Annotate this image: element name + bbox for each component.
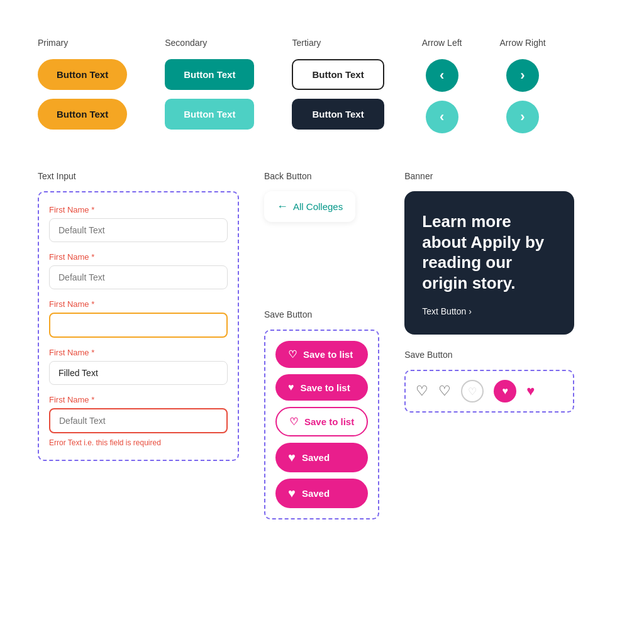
arrow-right-button-2[interactable]: › (506, 101, 539, 133)
heart-outline-icon-3: ♡ (289, 416, 298, 428)
banner-title: Learn more about Appily by reading our o… (422, 211, 557, 293)
chevron-right-icon: › (520, 67, 525, 84)
save-to-list-text-1: Save to list (303, 349, 353, 360)
arrow-right-col: Arrow Right › › (499, 38, 545, 133)
saved-button-2[interactable]: ♥ Saved (275, 479, 368, 508)
secondary-col: Secondary Button Text Button Text (165, 38, 254, 130)
text-input-section: Text Input First Name * First Name * Fir… (38, 171, 239, 461)
right-col: Banner Learn more about Appily by readin… (404, 171, 574, 413)
banner-section: Banner Learn more about Appily by readin… (404, 171, 574, 335)
text-input-label: Text Input (38, 171, 239, 181)
input-label-1: First Name * (49, 205, 228, 214)
saved-text-2: Saved (302, 488, 330, 499)
heart-outline-icon-1: ♡ (288, 348, 297, 360)
save-to-list-button-3[interactable]: ♡ Save to list (275, 407, 368, 436)
bottom-section: Text Input First Name * First Name * Fir… (38, 171, 606, 519)
text-input-1[interactable] (49, 218, 228, 242)
heart-filled-icon-2: ♥ (288, 382, 294, 393)
primary-button-2[interactable]: Button Text (38, 99, 127, 130)
back-arrow-icon: ← (277, 200, 288, 213)
saved-text-1: Saved (302, 452, 330, 463)
saved-button-1[interactable]: ♥ Saved (275, 443, 368, 472)
banner-text-button[interactable]: Text Button › (422, 306, 472, 316)
primary-button-1[interactable]: Button Text (38, 59, 127, 90)
input-group-3: First Name * (49, 299, 228, 338)
save-to-list-text-3: Save to list (304, 416, 354, 427)
middle-col: Back Button ← All Colleges Save Button ♡… (264, 171, 379, 519)
secondary-button-1[interactable]: Button Text (165, 59, 254, 90)
primary-col: Primary Button Text Button Text (38, 38, 127, 130)
input-label-2: First Name * (49, 252, 228, 262)
heart-icon-button-5[interactable]: ♥ (526, 383, 535, 399)
text-input-5[interactable] (49, 408, 228, 433)
tertiary-button-1[interactable]: Button Text (292, 59, 384, 90)
chevron-left-icon-light: ‹ (440, 109, 444, 125)
back-button[interactable]: ← All Colleges (264, 191, 355, 222)
arrow-right-group: › › (506, 59, 539, 133)
banner-label: Banner (404, 171, 574, 181)
save-button-section: Save Button ♡ Save to list ♥ Save to lis… (264, 309, 379, 519)
back-button-section: Back Button ← All Colleges (264, 171, 379, 284)
heart-icon-button-3[interactable]: ♡ (461, 380, 484, 402)
back-button-text: All Colleges (293, 201, 343, 212)
arrow-left-button-2[interactable]: ‹ (426, 101, 458, 133)
input-group-2: First Name * (49, 252, 228, 289)
error-text: Error Text i.e. this field is required (49, 438, 228, 447)
input-group-1: First Name * (49, 205, 228, 242)
save-icons-section: Save Button ♡ ♡ ♡ ♥ ♥ (404, 350, 574, 413)
primary-label: Primary (38, 38, 68, 48)
tertiary-label: Tertiary (292, 38, 321, 48)
secondary-button-2[interactable]: Button Text (165, 99, 254, 130)
input-label-4: First Name * (49, 348, 228, 357)
chevron-right-icon-light: › (520, 109, 525, 125)
heart-filled-icon-saved-2: ♥ (288, 486, 296, 501)
tertiary-col: Tertiary Button Text Button Text (292, 38, 384, 130)
text-input-3[interactable] (49, 313, 228, 338)
tertiary-button-2[interactable]: Button Text (292, 99, 384, 130)
heart-filled-icon-saved-1: ♥ (288, 450, 296, 465)
save-btn-outer: ♡ Save to list ♥ Save to list ♡ Save to … (264, 330, 379, 519)
save-to-list-text-2: Save to list (301, 382, 350, 393)
heart-icon-button-2[interactable]: ♡ (438, 383, 451, 399)
heart-icon-button-1[interactable]: ♡ (416, 383, 428, 399)
arrow-right-button-1[interactable]: › (506, 59, 539, 92)
save-icons-outer: ♡ ♡ ♡ ♥ ♥ (404, 370, 574, 413)
chevron-left-icon: ‹ (440, 67, 444, 84)
buttons-section: Primary Button Text Button Text Secondar… (38, 38, 606, 133)
secondary-btn-group: Button Text Button Text (165, 59, 254, 130)
banner-card: Learn more about Appily by reading our o… (404, 191, 574, 335)
text-input-2[interactable] (49, 265, 228, 289)
tertiary-btn-group: Button Text Button Text (292, 59, 384, 130)
arrow-left-col: Arrow Left ‹ ‹ (422, 38, 462, 133)
save-to-list-button-1[interactable]: ♡ Save to list (275, 341, 368, 368)
arrow-right-label: Arrow Right (499, 38, 545, 48)
heart-icon-button-4[interactable]: ♥ (494, 380, 516, 402)
save-to-list-button-2[interactable]: ♥ Save to list (275, 374, 368, 401)
arrow-left-button-1[interactable]: ‹ (426, 59, 458, 92)
input-label-5: First Name * (49, 395, 228, 404)
arrow-left-label: Arrow Left (422, 38, 462, 48)
input-group-5: First Name * Error Text i.e. this field … (49, 395, 228, 447)
save-icons-label: Save Button (404, 350, 574, 360)
arrow-left-group: ‹ ‹ (426, 59, 458, 133)
back-button-label: Back Button (264, 171, 379, 181)
input-group-4: First Name * (49, 348, 228, 385)
text-input-4[interactable] (49, 361, 228, 385)
primary-btn-group: Button Text Button Text (38, 59, 127, 130)
save-button-label: Save Button (264, 309, 379, 319)
secondary-label: Secondary (165, 38, 207, 48)
text-input-outer-box: First Name * First Name * First Name * F… (38, 191, 239, 461)
input-label-3: First Name * (49, 299, 228, 309)
